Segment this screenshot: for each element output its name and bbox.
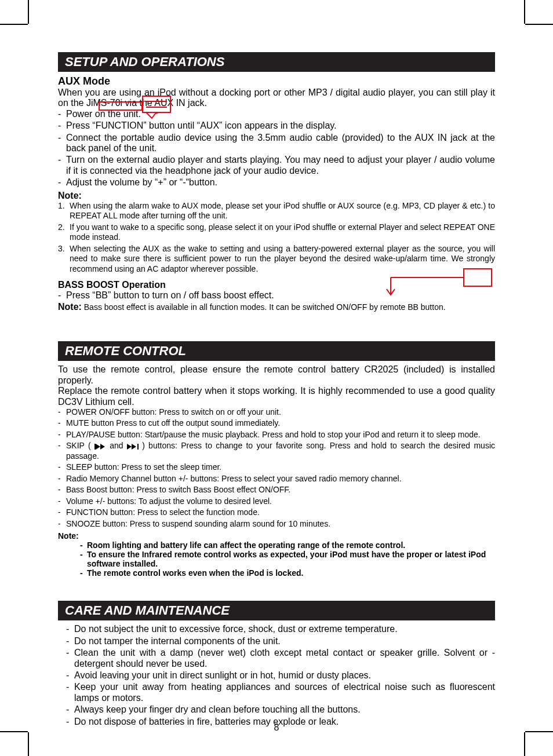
aux-steps-list: -Power on the unit.-Press “FUNCTION” but… <box>58 109 495 188</box>
section-header-remote: REMOTE CONTROL <box>58 341 495 361</box>
skip-prev-icon <box>94 444 106 450</box>
bass-note-label: Note: <box>58 302 82 312</box>
aux-intro: When you are using an iPod without a doc… <box>58 87 495 109</box>
list-item: -Volume +/- buttons: To adjust the volum… <box>58 496 495 507</box>
list-item: -SLEEP button: Press to set the sleep ti… <box>58 462 495 473</box>
care-list: -Do not subject the unit to excessive fo… <box>58 624 495 727</box>
crop-mark <box>524 732 525 756</box>
list-item: -Radio Memory Channel button +/- buttons… <box>58 474 495 484</box>
crop-mark <box>0 24 28 25</box>
bass-item: -Press “BB” button to turn on / off bass… <box>58 290 495 301</box>
remote-notes: -Room lighting and battery life can affe… <box>58 540 495 578</box>
aux-mode-heading: AUX Mode <box>58 75 495 87</box>
list-item: -Clean the unit with a damp (never wet) … <box>66 648 495 669</box>
list-item: -MUTE button Press to cut off the output… <box>58 418 495 429</box>
list-item: -Adjust the volume by “+” or “-“button. <box>58 177 495 188</box>
note-item: -Room lighting and battery life can affe… <box>80 540 495 550</box>
bass-note-text: Bass boost effect is available in all fu… <box>82 302 446 312</box>
section-header-care: CARE AND MAINTENANCE <box>58 601 495 620</box>
aux-note-label: Note: <box>58 191 495 201</box>
skip-next-icon <box>127 444 139 450</box>
list-item: -Bass Boost button: Press to switch Bass… <box>58 485 495 495</box>
list-item: -Do not subject the unit to excessive fo… <box>66 624 495 634</box>
list-item: 1.When using the alarm wake to AUX mode,… <box>58 201 495 221</box>
list-item: -Press “FUNCTION” button until “AUX” ico… <box>58 120 495 131</box>
remote-intro-2: Replace the remote control battery when … <box>58 386 495 407</box>
aux-notes-list: 1.When using the alarm wake to AUX mode,… <box>58 201 495 275</box>
remote-list: -POWER ON/OFF button: Press to switch on… <box>58 407 495 529</box>
list-item: -POWER ON/OFF button: Press to switch on… <box>58 407 495 418</box>
list-item: 2.If you want to wake to a specific song… <box>58 222 495 243</box>
crop-mark <box>28 732 29 756</box>
crop-mark <box>525 24 553 25</box>
list-item: -Always keep your finger dry and clean b… <box>66 704 495 715</box>
list-item: -Keep your unit away from heating applia… <box>66 682 495 703</box>
bass-note: Note: Bass boost effect is available in … <box>58 302 495 312</box>
list-item: -FUNCTION button: Press to select the fu… <box>58 507 495 518</box>
list-item: 3.When selecting the AUX as the wake to … <box>58 244 495 275</box>
list-item: -SNOOZE button: Press to suspend soundin… <box>58 519 495 529</box>
crop-mark <box>28 0 29 24</box>
crop-mark <box>524 0 525 24</box>
note-item: -The remote control works even when the … <box>80 568 495 578</box>
list-item-skip: -SKIP ( and ) buttons: Press to change t… <box>58 441 495 461</box>
list-item: -Do not tamper the internal components o… <box>66 636 495 647</box>
note-item: -To ensure the Infrared remote control w… <box>80 550 495 568</box>
bass-instruction: Press “BB” button to turn on / off bass … <box>66 290 495 301</box>
list-item: -Avoid leaving your unit in direct sunli… <box>66 670 495 681</box>
remote-intro-1: To use the remote control, please ensure… <box>58 364 495 386</box>
section-header-setup: SETUP AND OPERATIONS <box>58 52 495 72</box>
list-item: -Turn on the external audio player and s… <box>58 155 495 176</box>
bass-boost-heading: BASS BOOST Operation <box>58 280 495 290</box>
manual-page: SETUP AND OPERATIONS AUX Mode When you a… <box>0 0 553 756</box>
list-item: -Connect the portable audio device using… <box>58 133 495 154</box>
list-item: -Power on the unit. <box>58 109 495 119</box>
remote-note-label: Note: <box>58 531 495 540</box>
page-number: 8 <box>0 722 553 733</box>
list-item: -PLAY/PAUSE button: Start/pause the musi… <box>58 430 495 440</box>
